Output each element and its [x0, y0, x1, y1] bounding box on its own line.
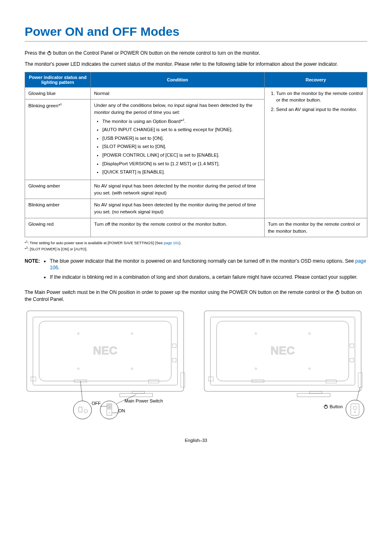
note-item: If the indicator is blinking red in a co… [50, 274, 367, 281]
page-footer: English–33 [25, 438, 367, 443]
footnotes: *1: Time setting for auto power save is … [25, 240, 367, 252]
note-text-end: . [58, 265, 59, 271]
list-item: [POWER CONTROL LINK] of [CEC] is set to … [102, 152, 261, 159]
cell-recovery: Turn on the monitor by the remote contro… [265, 87, 367, 218]
svg-rect-21 [79, 407, 82, 412]
recovery-item: Send an AV signal input to the monitor. [276, 106, 364, 113]
cell-condition: No AV signal input has been detected by … [91, 180, 265, 199]
svg-point-22 [84, 409, 88, 413]
diagram-right: NEC Bu [202, 309, 367, 421]
svg-rect-17 [120, 393, 152, 397]
svg-text:NEC: NEC [270, 344, 295, 356]
list-item: [AUTO INPUT CHANGE] is set to a setting … [102, 126, 261, 133]
li-text: The monitor is using an Option Board* [102, 118, 182, 123]
table-header-status: Power indicator status and lighting patt… [25, 72, 91, 87]
svg-point-50 [354, 411, 356, 413]
para-after-a: The Main Power switch must be in the ON … [25, 289, 335, 295]
svg-text:NEC: NEC [93, 344, 117, 356]
svg-point-19 [74, 401, 92, 419]
cell-status: Glowing blue [25, 87, 91, 99]
svg-point-10 [131, 368, 133, 369]
list-item: [QUICK START] is [ENABLE]. [102, 169, 261, 176]
intro1-text-b: button on the Control Panel or POWER ON … [52, 50, 260, 56]
label-on: ON [118, 408, 125, 413]
list-item: [SLOT POWER] is set to [ON]. [102, 143, 261, 150]
cell-status: Blinking amber [25, 199, 91, 218]
intro1-text-a: Press the [25, 50, 47, 56]
intro-paragraph-1: Press the button on the Control Panel or… [25, 50, 367, 57]
cond-intro: Under any of the conditions below, no in… [94, 103, 253, 115]
svg-line-47 [357, 387, 360, 400]
fn-text: : [SLOT POWER] is [ON] or [AUTO]. [28, 247, 87, 251]
svg-point-37 [309, 368, 310, 369]
intro-paragraph-2: The monitor's power LED indicates the cu… [25, 61, 367, 68]
svg-point-7 [78, 333, 79, 334]
power-icon-inline [335, 290, 340, 295]
cell-status: Glowing red [25, 218, 91, 237]
svg-line-20 [81, 381, 83, 400]
svg-point-9 [78, 368, 79, 369]
list-item: [DisplayPort VERSION] is set to [1.2 MST… [102, 160, 261, 167]
svg-point-35 [309, 333, 310, 334]
power-icon-inline [323, 404, 328, 409]
svg-rect-18 [132, 391, 144, 393]
svg-point-34 [255, 333, 257, 334]
cell-status-sup: 1 [60, 102, 62, 106]
svg-rect-42 [326, 379, 336, 383]
svg-text:○: ○ [108, 406, 110, 408]
fn-link[interactable]: page 101 [164, 241, 179, 245]
svg-rect-45 [309, 391, 322, 393]
svg-rect-39 [350, 358, 354, 362]
label-off: OFF [92, 401, 101, 406]
note-item: The blue power indicator that the monito… [50, 258, 367, 272]
para-after-note: The Main Power switch must be in the ON … [25, 289, 367, 303]
cell-recovery: Turn on the monitor by the remote contro… [265, 218, 367, 237]
cell-status-text: Blinking green* [28, 103, 60, 108]
cell-condition: Under any of the conditions below, no in… [91, 99, 265, 180]
note-block: NOTE: The blue power indicator that the … [25, 258, 367, 283]
svg-rect-40 [358, 372, 362, 387]
svg-rect-43 [208, 377, 213, 381]
monitor-diagram-power-button: NEC [202, 309, 367, 420]
svg-rect-12 [173, 358, 176, 362]
table-row: Glowing red Turn off the monitor by the … [25, 218, 367, 237]
fn-text: : Time setting for auto power save is av… [28, 241, 164, 245]
note-text: The blue power indicator that the monito… [50, 258, 355, 264]
cell-condition: Turn off the monitor by the remote contr… [91, 218, 265, 237]
list-item: The monitor is using an Option Board*2. [102, 118, 261, 125]
label-button-text: Button [328, 404, 343, 409]
svg-rect-38 [350, 344, 354, 347]
label-power-button: Button [323, 404, 343, 409]
note-label: NOTE: [25, 258, 40, 283]
li-text-b: . [184, 118, 185, 123]
cell-condition: Normal [91, 87, 265, 99]
svg-rect-44 [297, 393, 330, 397]
list-item: [USB POWER] is set to [ON]. [102, 135, 261, 142]
monitor-diagram-main-switch: NEC [25, 309, 190, 420]
table-header-condition: Condition [91, 72, 265, 87]
fn-text-end: ). [179, 241, 182, 245]
cell-condition: No AV signal input has been detected by … [91, 199, 265, 218]
svg-rect-11 [173, 344, 176, 347]
svg-rect-13 [181, 372, 185, 387]
cell-status: Blinking green*1 [25, 99, 91, 180]
cell-status: Glowing amber [25, 180, 91, 199]
power-icon-inline [47, 51, 52, 56]
svg-text:|: | [109, 412, 110, 414]
power-indicator-table: Power indicator status and lighting patt… [25, 72, 367, 238]
label-main-power-switch: Main Power Switch [125, 398, 163, 403]
svg-point-36 [255, 368, 257, 369]
svg-rect-16 [31, 377, 36, 381]
table-row: Glowing blue Normal Turn on the monitor … [25, 87, 367, 99]
diagram-left: NEC [25, 309, 190, 421]
svg-rect-15 [148, 379, 159, 383]
recovery-item: Turn on the monitor by the remote contro… [276, 90, 364, 104]
svg-point-8 [131, 333, 133, 334]
svg-point-49 [353, 406, 357, 409]
table-header-recovery: Recovery [265, 72, 367, 87]
page-title: Power ON and OFF Modes [25, 25, 367, 42]
